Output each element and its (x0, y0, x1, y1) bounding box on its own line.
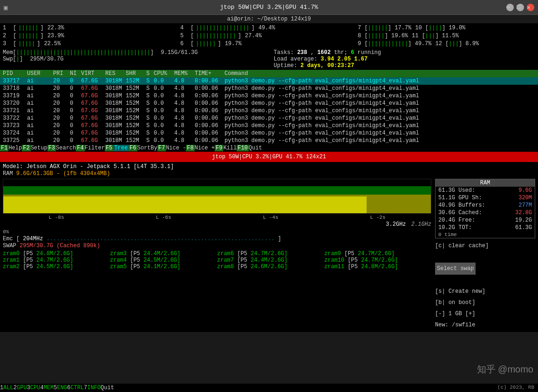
ram-stat-used: 61.3G Used:9.6G (436, 187, 535, 194)
cpu-row-7: 7 [||||||] 17.7% 10 [||||] 19.0% (358, 24, 535, 32)
new-swfile: New: /swfile (435, 319, 535, 331)
maximize-button[interactable]: □ (517, 4, 524, 11)
freq-line: 3.2GHz 2.1GHz (3, 221, 431, 228)
zram-row-2: zram1 [P5 24.7M/2.6G] zram4 [P5 24.5M/2.… (3, 257, 431, 264)
watermark: 知乎 @momo (477, 363, 533, 376)
gpu-chart (3, 179, 431, 214)
title-bar: ▣ jtop 50W|CPU 3.2%|GPU 41.7% ─ □ ✕ (0, 0, 538, 15)
fkey-f9[interactable]: F9Kill (215, 145, 237, 151)
zero-pct: 0% (3, 229, 431, 235)
create-new-btn[interactable]: [s| Create new] (435, 286, 535, 297)
ram-stat-buffers: 40.9G Buffers:277M (436, 202, 535, 209)
cpu-row-9-12: 9 [||||||||||||] 49.7% 12 [|||] 8.9% (358, 40, 535, 48)
ram-panel-header: RAM (436, 179, 535, 187)
table-row[interactable]: 33723 ai 20 0 67.6G 3018M 152M S 0.0 4.8… (0, 122, 538, 129)
table-row[interactable]: 33725 ai 20 0 67.6G 3018M 152M S 0.0 4.8… (0, 137, 538, 144)
system-stats: Tasks: 238 , 1602 thr; 6 running Load av… (265, 49, 536, 69)
jtop-separator: jtop 50W|CPU 3.2%|GPU 41.7% 124x21 (0, 152, 538, 162)
fkey-f2[interactable]: F2Setup (22, 145, 47, 151)
on-boot-btn[interactable]: [b| on boot] (435, 297, 535, 308)
ram-stat-tot: 10.2G TOT:61.3G (436, 224, 535, 231)
top-section: 1 [||||||] 22.3% 4 [||||||||||||||||] 49… (0, 23, 538, 144)
nav-7-info[interactable]: 7INFO (84, 385, 101, 391)
ram-stat-cached: 30.6G Cached:32.8G (436, 209, 535, 216)
window-title: jtop 50W|CPU 3.2%|GPU 41.7% (220, 4, 318, 11)
main-layout: L -8s L -6s L -4s L -2s 3.2GHz 2.1GHz 0%… (3, 179, 535, 331)
table-row[interactable]: 33721 ai 20 0 67.6G 3018M 152M S 0.0 4.8… (0, 107, 538, 115)
cpu-row-6: 6 [||||||] 19.7% (180, 40, 358, 48)
nav-1-all[interactable]: 1ALL (0, 385, 14, 391)
minimize-button[interactable]: ─ (506, 4, 514, 11)
proc-header: PID USER PRI NI VIRT RES SHR S CPU% MEM%… (0, 70, 538, 77)
fkeys-bar: F1Help F2Setup F3Search F4Filter F5Tree … (0, 144, 538, 152)
time-axis: L -8s L -6s L -4s L -2s (3, 215, 431, 220)
mem-row: Mem[||||||||||||||||||||||||||||||||||||… (3, 49, 265, 56)
proc-table: 33717 ai 20 0 67.6G 3018M 152M S 0.0 4.8… (0, 77, 538, 144)
nav-4-mem[interactable]: 4MEM (40, 385, 54, 391)
fkey-f4[interactable]: F4Filter (76, 145, 105, 151)
fkey-f1[interactable]: F1Help (0, 145, 22, 151)
fkey-f6[interactable]: F6SortBy (129, 145, 157, 151)
time-label: 0 time (436, 231, 535, 238)
nav-6-ctrl[interactable]: 6CTRL (67, 385, 84, 391)
ram-panel: RAM 61.3G Used:9.6G 51.1G GPU Sh:320M 40… (435, 179, 535, 238)
jtop-section: Model: Jetson AGX Orin - Jetpack 5.1.1 [… (0, 162, 538, 332)
table-row[interactable]: 33717 ai 20 0 67.6G 3018M 152M S 0.0 4.8… (0, 77, 538, 85)
swap-controls: [c| clear cache] Select swap [s| Create … (435, 240, 535, 331)
zram-row-1: zram0 [P5 24.8M/2.6G] zram3 [P5 24.4M/2.… (3, 250, 431, 257)
table-row[interactable]: 33722 ai 20 0 67.6G 3018M 152M S 0.0 4.8… (0, 115, 538, 122)
model-line: Model: Jetson AGX Orin - Jetpack 5.1.1 [… (3, 163, 535, 170)
zram-row-3: zram2 [P5 24.5M/2.6G] zram5 [P5 24.1M/2.… (3, 264, 431, 270)
tasks-line: Tasks: 238 , 1602 thr; 6 running (274, 49, 536, 56)
ram-stat-free: 20.4G Free:19.2G (436, 216, 535, 224)
cpu-row-8-11: 8 [|||||] 19.6% 11 [|||] 11.5% (358, 32, 535, 40)
nav-2-gpu[interactable]: 2GPU (14, 385, 27, 391)
nav-3-cpu[interactable]: 3CPU (27, 385, 41, 391)
window-controls: ─ □ ✕ (506, 4, 534, 11)
fkey-f7[interactable]: F7Nice - (157, 145, 186, 151)
fkey-f10[interactable]: F10Quit (237, 145, 262, 151)
swap-line: SWAP 295M/30.7G (Cached 890k) (3, 243, 431, 249)
cpu-row-1: 1 [||||||] 22.3% (3, 24, 180, 32)
bottom-nav: 1ALL 2GPU 3CPU 4MEM 5ENG 6CTRL 7INFO Qui… (0, 384, 538, 392)
subtitle-text: ai@orin: ~/Desktop 124x19 (227, 16, 311, 22)
ram-line: RAM 9.6G/61.3GB - (lfb 4304x4MB) (3, 170, 535, 177)
clear-cache-btn[interactable]: [c| clear cache] (435, 240, 535, 251)
jtop-separator-text: jtop 50W|CPU 3.2%|GPU 41.7% 124x21 (212, 154, 326, 160)
nav-quit[interactable]: Quit (101, 385, 114, 391)
zram-grid: zram0 [P5 24.8M/2.6G] zram3 [P5 24.4M/2.… (3, 250, 431, 270)
table-row[interactable]: 33720 ai 20 0 67.6G 3018M 152M S 0.0 4.8… (0, 100, 538, 107)
swp-row: Swp[|] 295M/30.7G (3, 56, 265, 62)
fkey-f3[interactable]: F3Search (48, 145, 76, 151)
subtitle-bar: ai@orin: ~/Desktop 124x19 (0, 15, 538, 23)
nav-5-eng[interactable]: 5ENG (54, 385, 67, 391)
proc-rows: 33718 ai 20 0 67.6G 3018M 152M S 0.0 4.8… (0, 85, 538, 144)
close-button[interactable]: ✕ (527, 4, 534, 11)
cpu-row-3: 3 [|||||] 22.5% (3, 40, 180, 48)
right-panel: RAM 61.3G Used:9.6G 51.1G GPU Sh:320M 40… (435, 179, 535, 331)
copyright: (c) 2023, RB (497, 385, 534, 391)
cpu-row-4: 4 [||||||||||||||||] 49.4% (180, 24, 358, 32)
table-row[interactable]: 33718 ai 20 0 67.6G 3018M 152M S 0.0 4.8… (0, 85, 538, 92)
fkey-f8[interactable]: F8Nice + (186, 145, 215, 151)
load-line: Load average: 3.94 2.05 1.67 (274, 56, 536, 62)
ram-stat-gpu: 51.1G GPU Sh:320M (436, 194, 535, 202)
mem-stats-section: Mem[||||||||||||||||||||||||||||||||||||… (0, 48, 538, 70)
fkey-f5[interactable]: F5Tree (105, 145, 129, 151)
cpu-grid: 1 [||||||] 22.3% 4 [||||||||||||||||] 49… (0, 23, 538, 48)
uptime-line: Uptime: 2 days, 00:23:27 (274, 62, 536, 69)
cpu-row-2: 2 [||||||] 23.9% (3, 32, 180, 40)
cpu-row-5: 5 [||||||||||||] 27.4% (180, 32, 358, 40)
emc-line: Emc [ 204MHz ...........................… (3, 236, 431, 242)
gb-control[interactable]: [-] 1 GB [+] (435, 308, 535, 319)
chart-section: L -8s L -6s L -4s L -2s 3.2GHz 2.1GHz 0%… (3, 179, 431, 331)
terminal-icon: ▣ (4, 3, 7, 11)
table-row[interactable]: 33719 ai 20 0 67.6G 3018M 152M S 0.0 4.8… (0, 92, 538, 100)
mem-swp: Mem[||||||||||||||||||||||||||||||||||||… (3, 49, 265, 69)
select-swap-btn[interactable]: Select swap (435, 263, 476, 275)
table-row[interactable]: 33724 ai 20 0 67.6G 3018M 152M S 0.0 4.8… (0, 129, 538, 137)
